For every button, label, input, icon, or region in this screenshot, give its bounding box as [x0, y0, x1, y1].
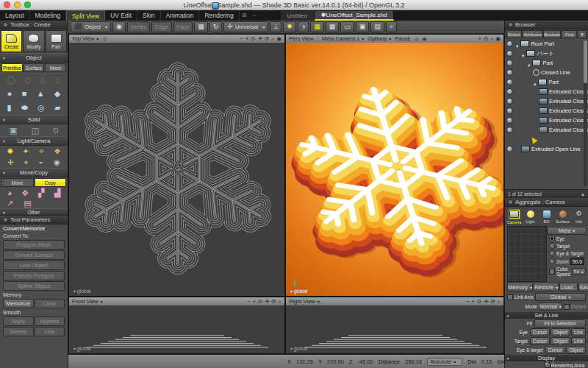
fit-to-selection-button[interactable]: Fit to Selection [534, 319, 586, 328]
camera-select-dropdown[interactable]: Meta Camera 1 [322, 35, 365, 42]
zoom-in-icon[interactable] [253, 298, 256, 305]
tab-skin[interactable]: Skin [137, 10, 161, 21]
tab-primitive[interactable]: Primitive [1, 63, 23, 72]
zoom-in-icon[interactable] [245, 35, 248, 43]
fit-view-icon[interactable] [484, 35, 488, 43]
panel-widget-icon[interactable] [508, 22, 513, 27]
tree-row[interactable]: Extruded Closed [505, 96, 588, 106]
doc-tab-untitled[interactable]: Untitled [281, 11, 315, 21]
smooth-sweep-button[interactable]: Sweep [3, 327, 34, 336]
zoom-radio[interactable] [549, 258, 555, 264]
distant-checkbox[interactable] [564, 304, 570, 310]
sun-light-icon[interactable] [7, 148, 12, 155]
tab-uv-edit[interactable]: UV Edit [105, 10, 137, 21]
tree-scroll-thumb[interactable] [584, 40, 587, 83]
tab-attributes[interactable]: Attributes [523, 30, 542, 38]
magnify-icon[interactable] [490, 35, 493, 43]
view-options-icon[interactable] [276, 35, 282, 43]
fit-view-icon[interactable] [258, 298, 262, 305]
tab-animation[interactable]: Animation [161, 10, 200, 21]
shear-tool-icon[interactable] [7, 199, 13, 208]
object-section-bar[interactable]: Object [0, 53, 68, 63]
set-link-section-bar[interactable]: Set & Link [505, 311, 588, 319]
camera-point-dropdown[interactable]: Meta [547, 227, 587, 235]
capsule-tool-icon[interactable] [21, 104, 28, 112]
zoom-out-icon[interactable] [240, 35, 243, 43]
render-settings-icon[interactable] [423, 36, 427, 42]
doc-tab-lineoffset[interactable]: ✱LineOffset_Sample.shd [315, 11, 395, 21]
eye-target-cursor-button[interactable]: Cursor [545, 346, 566, 354]
area-light-icon[interactable] [7, 159, 13, 166]
expander-icon[interactable] [533, 76, 537, 89]
array-tool-icon[interactable] [24, 199, 31, 208]
mirror-tool-icon[interactable] [54, 189, 60, 197]
tree-row[interactable]: Extruded Open Line [505, 144, 588, 154]
pers-view-title[interactable]: Pers View [289, 35, 314, 42]
viewport-pers[interactable]: Pers View Meta Camera 1 Options Pause gl… [285, 34, 504, 297]
wedge-tool-icon[interactable] [54, 90, 60, 98]
eye-object-button[interactable]: Object [551, 328, 570, 336]
linear-light-icon[interactable] [24, 159, 29, 166]
tab-modeling[interactable]: Modeling [30, 10, 67, 21]
smooth-apply-button[interactable]: Apply [3, 316, 34, 326]
extrude-tool-icon[interactable] [10, 127, 17, 135]
filter-icon[interactable] [578, 30, 587, 38]
visibility-toggle[interactable] [506, 117, 513, 124]
top-view-title[interactable]: Top View [72, 35, 98, 42]
spot-light-icon[interactable] [23, 148, 29, 155]
visibility-toggle[interactable] [506, 88, 513, 95]
visibility-toggle[interactable] [506, 127, 513, 133]
tree-row[interactable]: Extruded Closed [505, 106, 588, 116]
magnify-icon[interactable] [271, 35, 274, 43]
collapse-icon[interactable] [581, 192, 585, 197]
front-view-title[interactable]: Front View [72, 298, 103, 305]
add-workspace-icon[interactable] [240, 10, 250, 21]
shading-button[interactable] [298, 21, 309, 32]
tree-label[interactable]: Extruded Closed [549, 127, 588, 133]
panel-widget-icon[interactable] [3, 22, 8, 27]
visibility-toggle[interactable] [506, 69, 513, 76]
restore-button[interactable]: Restore [534, 283, 559, 291]
tree-row[interactable]: Part [505, 77, 588, 87]
box-tool-icon[interactable] [54, 104, 60, 112]
tab-camera[interactable]: Camera [506, 208, 522, 225]
right-view-title[interactable]: Right View [289, 298, 320, 305]
panel-widget-icon[interactable] [3, 217, 8, 222]
cube-speed-checkbox[interactable] [549, 269, 555, 275]
orbit-icon[interactable] [272, 298, 276, 305]
face-mode-button[interactable]: Face [173, 21, 193, 32]
tab-mesh[interactable]: Mesh [45, 63, 66, 72]
camera-tool-icon[interactable] [54, 159, 60, 166]
mode-dropdown[interactable]: Normal [539, 302, 562, 311]
point-light-icon[interactable] [54, 148, 61, 155]
tree-label[interactable]: Part [548, 79, 559, 85]
magnify-icon[interactable] [279, 298, 282, 305]
polygon-tool-icon[interactable] [40, 77, 46, 84]
pause-button[interactable]: Pause [395, 35, 410, 42]
rotate-copy-tool-icon[interactable] [22, 189, 29, 197]
scale-tool-icon[interactable] [38, 189, 44, 197]
zoom-in-icon[interactable] [478, 35, 481, 43]
visibility-toggle[interactable] [506, 98, 513, 105]
memorize-button[interactable]: Memorize [3, 299, 34, 308]
panel-widget-icon[interactable] [508, 199, 513, 205]
tab-layout[interactable]: Layout [0, 10, 30, 21]
remove-workspace-icon[interactable] [250, 10, 259, 21]
eye-link-button[interactable]: Link [571, 328, 586, 336]
link-axis-dropdown[interactable]: Global [535, 293, 586, 301]
part-button[interactable]: Part [46, 30, 67, 52]
grid-snap-button[interactable] [194, 21, 208, 32]
pan-icon[interactable] [265, 298, 269, 305]
view-options-icon[interactable] [495, 35, 501, 43]
convert-line-object-button[interactable]: Line Object [3, 261, 65, 270]
visibility-toggle[interactable] [506, 146, 513, 152]
eye-cursor-button[interactable]: Cursor [530, 328, 551, 336]
axis-button[interactable] [270, 21, 282, 32]
distant-light-icon[interactable] [38, 148, 44, 155]
visibility-toggle[interactable] [506, 40, 513, 47]
eye-radio[interactable] [549, 236, 555, 241]
camera-preview[interactable] [507, 226, 547, 282]
torus-tool-icon[interactable] [37, 104, 45, 112]
refresh-icon[interactable] [415, 36, 419, 42]
tree-scrollbar[interactable] [584, 40, 587, 186]
